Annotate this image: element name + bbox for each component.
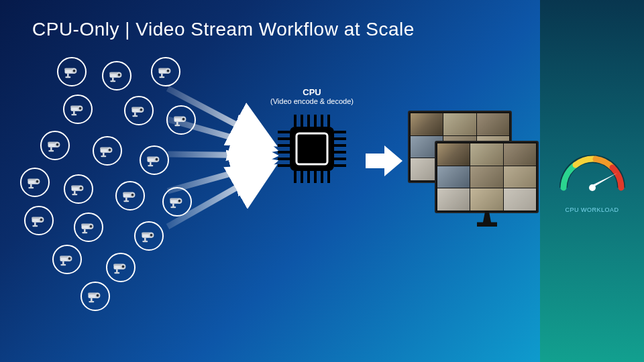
monitor-stand: [477, 212, 497, 227]
svg-rect-89: [82, 232, 87, 233]
slide-title: CPU-Only | Video Stream Workflow at Scal…: [32, 19, 415, 40]
svg-point-111: [97, 294, 99, 297]
camera-icon: [57, 57, 87, 86]
camera-icon: [20, 168, 50, 197]
svg-rect-35: [174, 125, 180, 126]
camera-icon: [74, 213, 103, 242]
svg-rect-53: [148, 165, 153, 166]
camera-icon: [80, 282, 110, 311]
svg-rect-29: [132, 115, 138, 117]
svg-rect-101: [60, 264, 66, 265]
svg-point-21: [79, 107, 82, 110]
slide-stage: CPU-Only | Video Stream Workflow at Scal…: [0, 0, 644, 362]
camera-icon: [63, 95, 93, 124]
camera-icon: [162, 187, 192, 217]
svg-point-45: [109, 149, 111, 152]
svg-point-75: [178, 200, 181, 202]
cpu-label: CPU: [265, 87, 359, 97]
svg-rect-144: [297, 133, 327, 164]
svg-point-9: [118, 74, 121, 76]
camera-icon: [52, 245, 82, 274]
svg-rect-23: [71, 114, 76, 115]
svg-rect-77: [170, 206, 176, 208]
svg-rect-41: [48, 150, 54, 152]
gauge-label: CPU WORKLOAD: [555, 206, 629, 213]
svg-point-27: [140, 109, 143, 111]
camera-icon: [166, 105, 196, 135]
svg-point-33: [182, 118, 185, 121]
svg-rect-47: [101, 156, 106, 157]
svg-point-87: [90, 225, 93, 228]
cpu-workload-gauge: CPU WORKLOAD: [555, 149, 629, 213]
camera-icon: [134, 221, 164, 251]
camera-icon: [102, 61, 131, 90]
monitor-front: [435, 141, 539, 213]
svg-rect-17: [159, 76, 164, 78]
svg-point-81: [40, 219, 43, 221]
svg-marker-145: [592, 173, 617, 188]
svg-rect-65: [72, 194, 77, 195]
sidebar-panel: CPU WORKLOAD: [540, 0, 644, 362]
svg-rect-107: [114, 272, 119, 274]
camera-cluster: [20, 57, 221, 305]
svg-point-63: [80, 187, 83, 190]
svg-rect-59: [28, 187, 34, 188]
svg-point-105: [122, 265, 125, 268]
svg-rect-5: [65, 76, 70, 78]
camera-icon: [124, 96, 154, 125]
svg-rect-95: [142, 241, 148, 242]
cpu-block: CPU (Video encode & decode): [265, 87, 359, 188]
svg-rect-113: [89, 301, 94, 302]
camera-icon: [93, 136, 122, 166]
camera-icon: [64, 174, 93, 204]
arrow-to-monitors-icon: [366, 144, 402, 178]
camera-icon: [106, 253, 136, 282]
svg-point-3: [73, 70, 76, 72]
svg-point-99: [68, 257, 71, 260]
svg-point-146: [589, 184, 596, 191]
gauge-icon: [555, 149, 629, 202]
svg-point-39: [56, 143, 59, 146]
svg-rect-83: [32, 225, 38, 227]
svg-point-93: [150, 234, 153, 237]
svg-point-15: [167, 70, 170, 72]
camera-icon: [24, 206, 54, 235]
svg-rect-71: [123, 200, 129, 202]
camera-icon: [40, 131, 70, 160]
camera-icon: [151, 57, 180, 86]
svg-point-57: [36, 180, 39, 183]
cpu-sublabel: (Video encode & decode): [265, 97, 359, 105]
cpu-chip-icon: [275, 112, 349, 186]
svg-rect-11: [110, 80, 115, 82]
camera-icon: [140, 145, 169, 175]
monitor-group: [408, 111, 542, 238]
camera-icon: [115, 181, 145, 210]
svg-point-51: [156, 158, 158, 161]
svg-point-69: [131, 194, 134, 196]
